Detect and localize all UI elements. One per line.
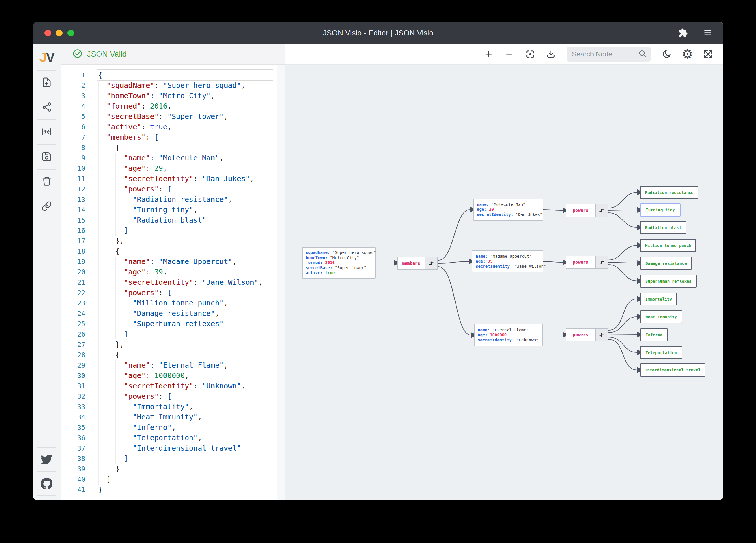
collapse-node-button[interactable] (595, 329, 608, 341)
editor-line[interactable]: "name": "Molecule Man", (61, 153, 285, 163)
zoom-out-button[interactable] (503, 48, 516, 61)
editor-line[interactable]: ] (61, 329, 285, 339)
editor-line[interactable]: "Teleportation", (61, 433, 285, 443)
sidebar-twitter-link[interactable] (33, 448, 61, 472)
fullscreen-button[interactable] (702, 48, 715, 61)
search-node-input[interactable] (572, 50, 638, 58)
editor-line[interactable]: "secretIdentity": "Dan Jukes", (61, 174, 285, 184)
trash-icon (41, 176, 52, 188)
editor-line[interactable]: } (61, 485, 285, 495)
graph-toolbar: ⚙ (285, 44, 723, 65)
editor-line[interactable]: "name": "Eternal Flame", (61, 360, 285, 370)
check-circle-icon (73, 49, 82, 60)
editor-line[interactable]: ] (61, 474, 285, 485)
extensions-puzzle-icon[interactable] (677, 27, 689, 39)
dark-mode-moon-button[interactable] (660, 48, 673, 61)
node-row: age: 39 (476, 259, 540, 264)
menu-hamburger-icon[interactable] (702, 27, 714, 39)
graph-node-leaf-damage-resistance[interactable]: Damage resistance (640, 257, 692, 270)
graph-node-leaf-radiation-resistance[interactable]: Radiation resistance (640, 186, 698, 199)
editor-line[interactable]: ] (61, 453, 285, 464)
collapse-node-button[interactable] (425, 258, 437, 270)
editor-scroll-area[interactable]: { "squadName": "Super hero squad", "home… (61, 65, 285, 500)
graph-node-member-1[interactable]: name: "Molecule Man"age: 29secretIdentit… (473, 199, 543, 221)
json-editor-panel: JSON Valid { "squadName": "Super hero sq… (61, 44, 285, 500)
editor-line[interactable]: { (61, 350, 285, 360)
editor-status-bar: JSON Valid (61, 44, 285, 65)
graph-node-leaf-interdimensional-travel[interactable]: Interdimensional travel (640, 363, 705, 376)
editor-line[interactable]: "formed": 2016, (61, 101, 285, 111)
graph-node-leaf-teleportation[interactable]: Teleportation (640, 346, 682, 359)
editor-line[interactable]: { (61, 70, 285, 80)
editor-line[interactable]: "Turning tiny", (61, 205, 285, 215)
sidebar-sponsor-button[interactable] (33, 497, 61, 500)
sidebar-share-button[interactable] (33, 96, 61, 120)
editor-line[interactable]: "powers": [ (61, 287, 285, 298)
graph-node-powers-2[interactable]: powers (566, 256, 608, 269)
editor-line[interactable]: "Interdimensional travel" (61, 443, 285, 453)
search-node-box[interactable] (567, 47, 651, 62)
graph-node-leaf-radiation-blast[interactable]: Radiation blast (640, 221, 686, 234)
settings-gear-button[interactable]: ⚙ (681, 48, 694, 61)
editor-line[interactable]: "age": 39, (61, 267, 285, 277)
editor-line[interactable]: "age": 29, (61, 163, 285, 174)
editor-line[interactable]: "Immortality", (61, 402, 285, 412)
sidebar-new-document-button[interactable] (33, 71, 61, 95)
graph-node-leaf-superhuman-reflexes[interactable]: Superhuman reflexes (640, 275, 697, 287)
github-icon (41, 478, 52, 491)
editor-line[interactable]: { (61, 246, 285, 257)
json-valid-status: JSON Valid (87, 50, 127, 59)
editor-line[interactable]: "active": true, (61, 122, 285, 132)
graph-node-powers-1[interactable]: powers (566, 204, 608, 217)
collapse-node-button[interactable] (595, 256, 608, 268)
editor-line[interactable]: ] (61, 226, 285, 236)
editor-line[interactable]: "Radiation blast" (61, 215, 285, 226)
graph-node-powers-3[interactable]: powers (566, 328, 608, 341)
editor-line[interactable]: "secretBase": "Super tower", (61, 111, 285, 122)
editor-line[interactable]: "squadName": "Super hero squad", (61, 80, 285, 91)
editor-line[interactable]: "Radiation resistance", (61, 194, 285, 205)
graph-node-member-3[interactable]: name: "Eternal Flame"age: 1000000secretI… (474, 324, 543, 346)
editor-line[interactable]: "Million tonne punch", (61, 298, 285, 308)
graph-node-members[interactable]: members (397, 257, 438, 270)
center-focus-button[interactable] (523, 48, 537, 61)
editor-line[interactable]: "Superhuman reflexes" (61, 319, 285, 329)
editor-line[interactable]: "homeTown": "Metro City", (61, 91, 285, 101)
editor-line[interactable]: } (61, 464, 285, 474)
editor-line[interactable]: }, (61, 236, 285, 246)
editor-line[interactable]: "age": 1000000, (61, 370, 285, 381)
graph-node-root[interactable]: squadName: "Super hero squad"homeTown: "… (302, 247, 376, 279)
graph-node-leaf-heat-immunity[interactable]: Heat Immunity (640, 310, 682, 323)
editor-line[interactable]: "powers": [ (61, 184, 285, 194)
editor-line[interactable]: "secretIdentity": "Unknown", (61, 381, 285, 391)
editor-line[interactable]: "members": [ (61, 132, 285, 143)
sidebar-save-button[interactable] (33, 145, 61, 169)
editor-line[interactable]: "secretIdentity": "Jane Wilson", (61, 277, 285, 287)
graph-node-leaf-million-tonne-punch[interactable]: Million tonne punch (640, 239, 696, 252)
sidebar: JV (33, 44, 61, 500)
editor-line[interactable]: }, (61, 339, 285, 350)
graph-node-leaf-turning-tiny[interactable]: Turning tiny (640, 203, 681, 217)
code-area[interactable]: { "squadName": "Super hero squad", "home… (61, 65, 285, 500)
sidebar-link-button[interactable] (33, 195, 61, 219)
sidebar-collapse-width-button[interactable] (33, 121, 61, 144)
node-row: name: "Madame Uppercut" (476, 254, 540, 259)
editor-line[interactable]: "powers": [ (61, 391, 285, 402)
app-logo[interactable]: JV (33, 48, 61, 67)
editor-line[interactable]: { (61, 143, 285, 153)
graph-canvas[interactable]: squadName: "Super hero squad"homeTown: "… (285, 65, 723, 500)
editor-line[interactable]: "Damage resistance", (61, 308, 285, 319)
graph-node-leaf-immortality[interactable]: Immortality (640, 292, 677, 305)
editor-line[interactable]: "Inferno", (61, 422, 285, 433)
sidebar-github-link[interactable] (33, 472, 61, 496)
node-row: formed: 2016 (306, 260, 372, 266)
download-image-button[interactable] (544, 48, 557, 61)
sidebar-delete-button[interactable] (33, 170, 61, 194)
editor-line[interactable]: "Heat Immunity", (61, 412, 285, 422)
collapse-node-button[interactable] (595, 205, 608, 217)
graph-node-leaf-inferno[interactable]: Inferno (640, 328, 668, 341)
node-label: powers (566, 205, 595, 217)
editor-line[interactable]: "name": "Madame Uppercut", (61, 257, 285, 267)
zoom-in-button[interactable] (482, 48, 495, 61)
graph-node-member-2[interactable]: name: "Madame Uppercut"age: 39secretIden… (472, 251, 543, 272)
